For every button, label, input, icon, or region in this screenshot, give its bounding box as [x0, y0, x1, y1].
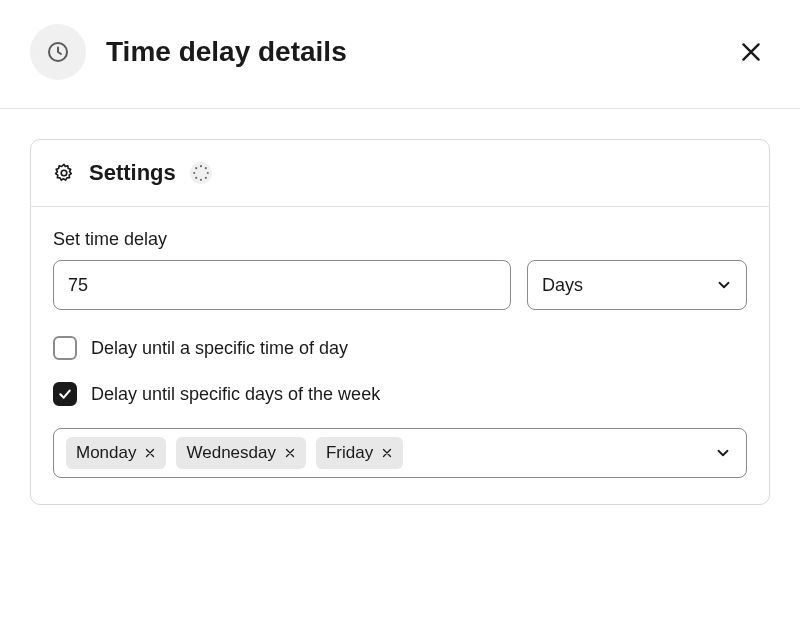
svg-point-4	[206, 172, 208, 174]
option-time-of-day: Delay until a specific time of day	[53, 336, 747, 360]
option-days-of-week-label: Delay until specific days of the week	[91, 384, 380, 405]
dialog-header: Time delay details	[0, 0, 800, 109]
close-button[interactable]	[732, 33, 770, 71]
option-days-of-week: Delay until specific days of the week	[53, 382, 747, 406]
delay-unit-select-wrap: Days	[527, 260, 747, 310]
svg-point-3	[204, 167, 206, 169]
day-tag: Wednesday	[176, 437, 305, 469]
checkbox-days-of-week[interactable]	[53, 382, 77, 406]
days-multiselect[interactable]: Monday Wednesday Friday	[53, 428, 747, 478]
clock-icon-badge	[30, 24, 86, 80]
settings-title: Settings	[89, 160, 176, 186]
check-icon	[57, 386, 73, 402]
remove-tag-button[interactable]	[284, 447, 296, 459]
close-icon	[738, 39, 764, 65]
svg-point-8	[193, 172, 195, 174]
day-tag: Friday	[316, 437, 403, 469]
svg-point-5	[204, 177, 206, 179]
delay-input-row: Days	[53, 260, 747, 310]
loading-indicator-icon	[190, 162, 212, 184]
settings-card-header: Settings	[31, 140, 769, 207]
remove-tag-button[interactable]	[381, 447, 393, 459]
dialog-body: Settings Set time delay	[0, 109, 800, 505]
close-icon	[284, 447, 296, 459]
close-icon	[381, 447, 393, 459]
svg-point-1	[61, 170, 67, 176]
svg-point-9	[195, 167, 197, 169]
svg-point-2	[200, 165, 202, 167]
svg-point-6	[200, 179, 202, 181]
days-dropdown-toggle[interactable]	[714, 444, 732, 462]
day-tag-label: Wednesday	[186, 443, 275, 463]
delay-unit-selected: Days	[542, 275, 583, 295]
option-time-of-day-label: Delay until a specific time of day	[91, 338, 348, 359]
day-tag-label: Monday	[76, 443, 136, 463]
svg-point-7	[195, 177, 197, 179]
settings-card-body: Set time delay Days Delay until a specif…	[31, 207, 769, 504]
clock-icon	[46, 40, 70, 64]
delay-field-label: Set time delay	[53, 229, 747, 250]
remove-tag-button[interactable]	[144, 447, 156, 459]
day-tag: Monday	[66, 437, 166, 469]
day-tag-label: Friday	[326, 443, 373, 463]
chevron-down-icon	[714, 444, 732, 462]
settings-card: Settings Set time delay	[30, 139, 770, 505]
delay-unit-select[interactable]: Days	[527, 260, 747, 310]
gear-icon	[53, 162, 75, 184]
close-icon	[144, 447, 156, 459]
dialog-title: Time delay details	[106, 36, 712, 68]
checkbox-time-of-day[interactable]	[53, 336, 77, 360]
delay-value-input[interactable]	[53, 260, 511, 310]
